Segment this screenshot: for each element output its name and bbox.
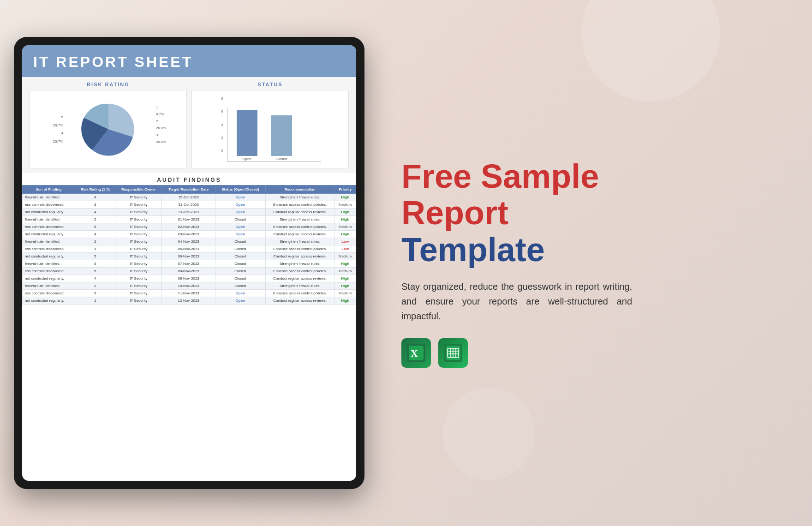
cell-owner: IT Security (115, 209, 162, 216)
charts-area: RISK RATING 5 26.7% 4 26.7% (22, 77, 356, 173)
cell-finding: firewall rule identified. (23, 282, 75, 290)
sheet-title: IT REPORT SHEET (33, 54, 345, 71)
cell-status: Closed (215, 245, 265, 253)
cell-owner: IT Security (115, 216, 162, 223)
cell-date: 05-Nov-2023 (162, 245, 215, 253)
cell-rec: Conduct regular access reviews. (265, 297, 334, 305)
svg-text:X: X (411, 347, 418, 359)
cell-finding: not conducted regularly. (23, 297, 75, 305)
table-row: not conducted regularly. 5 IT Security 0… (23, 253, 356, 260)
cell-risk: 3 (75, 245, 115, 253)
cell-rec: Conduct regular access reviews. (265, 275, 334, 282)
cell-status: Open (215, 194, 265, 201)
cell-status: Open (215, 290, 265, 297)
cell-finding: ess controls discovered. (23, 245, 75, 253)
cell-finding: firewall rule identified. (23, 216, 75, 223)
col-risk: Risk Rating (1-5) (75, 185, 115, 194)
cell-status: Closed (215, 260, 265, 268)
cell-rec: Enhance access control policies. (265, 290, 334, 297)
bar-open-label: Open (242, 157, 251, 161)
pie-label-4pct: 26.7% (53, 137, 64, 146)
table-row: firewall rule identified. 2 IT Security … (23, 238, 356, 245)
bar-closed-label: Closed (276, 157, 287, 161)
cell-owner: IT Security (115, 282, 162, 290)
cell-owner: IT Security (115, 275, 162, 282)
cell-date: 31-Oct-2023 (162, 209, 215, 216)
cell-priority: Medium (334, 268, 356, 275)
pie-right-labels: 1 6.7% 2 20.0% 3 20.0% (156, 104, 166, 145)
cell-risk: 4 (75, 194, 115, 201)
cell-owner: IT Security (115, 223, 162, 231)
status-section: STATUS 0 2 4 6 8 (191, 82, 349, 168)
cell-finding: not conducted regularly. (23, 209, 75, 216)
cell-risk: 3 (75, 290, 115, 297)
cell-finding: firewall rule identified. (23, 238, 75, 245)
cell-status: Closed (215, 268, 265, 275)
cell-rec: Enhance access control policies. (265, 201, 334, 209)
cell-status: Open (215, 297, 265, 305)
cell-priority: High (334, 282, 356, 290)
cell-risk: 3 (75, 201, 115, 209)
cell-status: Closed (215, 253, 265, 260)
pie-label-5: 5 (53, 113, 64, 121)
cell-priority: High (334, 216, 356, 223)
cell-owner: IT Security (115, 201, 162, 209)
table-row: not conducted regularly. 4 IT Security 0… (23, 275, 356, 282)
cell-finding: not conducted regularly. (23, 253, 75, 260)
bar-open: Open (237, 110, 257, 161)
y-label-2: 2 (220, 136, 225, 139)
y-label-0: 0 (220, 149, 225, 152)
sheets-svg (444, 344, 462, 362)
cell-status: Closed (215, 275, 265, 282)
table-header-row: tion of Finding Risk Rating (1-5) Respon… (23, 185, 356, 194)
cell-owner: IT Security (115, 268, 162, 275)
excel-icon[interactable]: X (401, 338, 431, 368)
cell-finding: ess controls discovered. (23, 223, 75, 231)
cell-priority: Medium (334, 201, 356, 209)
col-finding: tion of Finding (23, 185, 75, 194)
audit-findings-section: AUDIT FINDINGS tion of Finding Risk Rati… (22, 173, 356, 305)
cell-owner: IT Security (115, 290, 162, 297)
cell-risk: 5 (75, 223, 115, 231)
cell-finding: ess controls discovered. (23, 201, 75, 209)
pie-right-1: 1 (156, 104, 166, 111)
cell-rec: Strengthen firewall rules. (265, 194, 334, 201)
cell-rec: Conduct regular access reviews. (265, 209, 334, 216)
cell-finding: not conducted regularly. (23, 231, 75, 238)
cell-date: 15-Oct-2023 (162, 194, 215, 201)
cell-owner: IT Security (115, 231, 162, 238)
cell-risk: 5 (75, 253, 115, 260)
cell-date: 08-Nov-2023 (162, 268, 215, 275)
pie-right-6pct: 6.7% (156, 111, 166, 118)
cell-risk: 4 (75, 231, 115, 238)
pie-right-20pct-1: 20.0% (156, 125, 166, 132)
google-sheets-icon[interactable] (438, 338, 468, 368)
cell-status: Open (215, 231, 265, 238)
y-label-4: 4 (220, 123, 225, 126)
col-status: Status (Open/Closed) (215, 185, 265, 194)
cell-date: 03-Nov-2023 (162, 231, 215, 238)
table-row: firewall rule identified. 4 IT Security … (23, 194, 356, 201)
cell-priority: Low (334, 245, 356, 253)
table-row: not conducted regularly. 4 IT Security 3… (23, 209, 356, 216)
excel-svg: X (407, 344, 425, 362)
cell-rec: Strengthen firewall rules. (265, 238, 334, 245)
cell-risk: 2 (75, 238, 115, 245)
table-row: ess controls discovered. 5 IT Security 0… (23, 268, 356, 275)
cell-priority: High (334, 275, 356, 282)
table-title: AUDIT FINDINGS (22, 173, 356, 185)
cell-priority: High (334, 231, 356, 238)
cell-risk: 2 (75, 282, 115, 290)
bar-chart-wrapper: 0 2 4 6 8 Open (220, 97, 321, 161)
cell-rec: Enhance access control policies. (265, 245, 334, 253)
cell-owner: IT Security (115, 245, 162, 253)
promo-title-red-1: Free Sample (401, 158, 599, 195)
cell-rec: Strengthen firewall rules. (265, 260, 334, 268)
cell-date: 04-Nov-2023 (162, 238, 215, 245)
bar-open-rect (237, 110, 257, 156)
table-row: ess controls discovered. 3 IT Security 3… (23, 201, 356, 209)
cell-owner: IT Security (115, 260, 162, 268)
col-owner: Responsible Owner (115, 185, 162, 194)
cell-status: Closed (215, 282, 265, 290)
col-date: Target Resolution Date (162, 185, 215, 194)
